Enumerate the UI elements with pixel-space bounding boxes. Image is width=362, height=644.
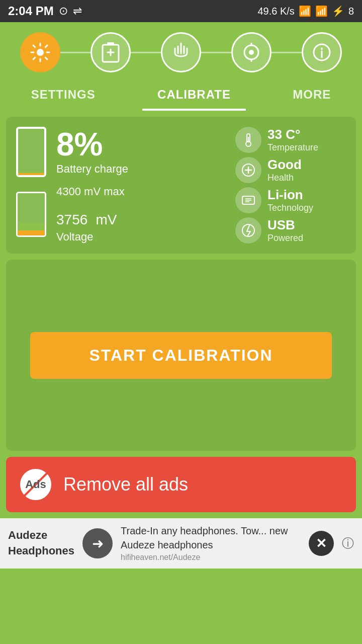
- battery-left: 8% Battery charge 4300 mV max 3756 mV Vo…: [16, 127, 225, 244]
- step-line-1: [60, 52, 90, 53]
- ad-url: hifiheaven.net/Audeze: [121, 552, 301, 563]
- status-left: 2:04 PM ⊙ ⇌: [8, 4, 82, 18]
- ads-text-inner: Ads: [25, 478, 46, 491]
- step-line-2: [131, 52, 161, 53]
- battery-voltage-text: 4300 mV max 3756 mV Voltage: [56, 185, 125, 244]
- battery-voltage-label: Voltage: [56, 230, 125, 244]
- power-value: USB: [267, 217, 303, 233]
- remove-ads-label: Remove all ads: [63, 474, 188, 495]
- tab-calibrate[interactable]: CALIBRATE: [142, 83, 246, 111]
- health-value: Good: [267, 157, 302, 173]
- technology-text: Li-ion Technology: [267, 187, 313, 213]
- step-5-info[interactable]: [302, 32, 342, 72]
- step-3-hand[interactable]: [161, 32, 201, 72]
- battery-level: 8: [348, 6, 354, 17]
- battery-max-voltage: 4300 mV max: [56, 185, 125, 198]
- technology-icon: [235, 187, 261, 213]
- svg-point-4: [249, 50, 254, 55]
- battery-info-card: 8% Battery charge 4300 mV max 3756 mV Vo…: [6, 117, 356, 254]
- bottom-ad-banner: AudezeHeadphones ➜ Trade-In any headphon…: [0, 518, 362, 569]
- power-label: Powered: [267, 233, 303, 244]
- location-icon: ⊙: [59, 5, 68, 18]
- battery-charge-section: 8% Battery charge: [16, 127, 225, 177]
- tab-settings[interactable]: SETTINGS: [16, 83, 111, 111]
- step-line-4: [272, 52, 302, 53]
- power-text: USB Powered: [267, 217, 303, 244]
- battery-icon-large: [16, 127, 46, 177]
- battery-charge-label: Battery charge: [56, 163, 128, 176]
- status-bar: 2:04 PM ⊙ ⇌ 49.6 K/s 📶 📶 ⚡ 8: [0, 0, 362, 22]
- wifi-icon: 📶: [299, 5, 311, 17]
- ad-info-icon[interactable]: ⓘ: [342, 535, 354, 551]
- battery-percent: 8%: [56, 128, 128, 160]
- ad-close-button[interactable]: ✕: [309, 531, 334, 556]
- main-content: 8% Battery charge 4300 mV max 3756 mV Vo…: [0, 111, 362, 457]
- temperature-icon: [235, 127, 261, 153]
- health-label: Health: [267, 173, 302, 183]
- step-1-settings[interactable]: [20, 32, 60, 72]
- svg-rect-2: [107, 42, 114, 45]
- temperature-label: Temperature: [267, 142, 318, 153]
- signal-icon: 📶: [315, 5, 328, 17]
- battery-fill-large: [18, 172, 44, 175]
- charging-icon: ⚡: [332, 5, 344, 17]
- tab-more[interactable]: MORE: [278, 83, 346, 111]
- health-icon: [235, 157, 261, 183]
- stat-temperature: 33 C° Temperature: [235, 127, 346, 153]
- network-speed: 49.6 K/s: [257, 6, 294, 17]
- temperature-text: 33 C° Temperature: [267, 127, 318, 153]
- health-text: Good Health: [267, 157, 302, 183]
- steps-row: [0, 22, 362, 77]
- battery-icon-small: [16, 192, 46, 237]
- battery-charge-text: 8% Battery charge: [56, 128, 128, 176]
- temperature-value: 33 C°: [267, 127, 318, 142]
- no-ads-icon: Ads: [18, 467, 53, 502]
- power-icon: [235, 217, 261, 244]
- step-2-battery[interactable]: [90, 32, 131, 72]
- battery-right: 33 C° Temperature Good Health: [235, 127, 346, 244]
- status-time: 2:04 PM: [8, 4, 54, 18]
- calibration-card: START CALIBRATION: [6, 260, 356, 451]
- ad-description: Trade-In any headphones. Tow... new Aude…: [121, 524, 301, 563]
- usb-icon: ⇌: [73, 5, 82, 18]
- ad-logo: AudezeHeadphones: [8, 528, 74, 559]
- svg-point-0: [37, 49, 43, 55]
- battery-voltage-value: 3756 mV: [56, 198, 125, 230]
- start-calibration-button[interactable]: START CALIBRATION: [30, 332, 332, 379]
- stat-health: Good Health: [235, 157, 346, 183]
- battery-fill-orange: [18, 230, 45, 235]
- technology-label: Technology: [267, 203, 313, 213]
- stat-power: USB Powered: [235, 217, 346, 244]
- tabs-row: SETTINGS CALIBRATE MORE: [0, 77, 362, 111]
- ad-arrow-button[interactable]: ➜: [82, 528, 113, 558]
- status-right: 49.6 K/s 📶 📶 ⚡ 8: [257, 5, 354, 17]
- step-line-3: [201, 52, 231, 53]
- technology-value: Li-ion: [267, 187, 313, 203]
- step-4-sync[interactable]: [231, 32, 272, 72]
- stat-technology: Li-ion Technology: [235, 187, 346, 213]
- ads-banner[interactable]: Ads Remove all ads: [6, 457, 356, 512]
- battery-voltage-section: 4300 mV max 3756 mV Voltage: [16, 185, 225, 244]
